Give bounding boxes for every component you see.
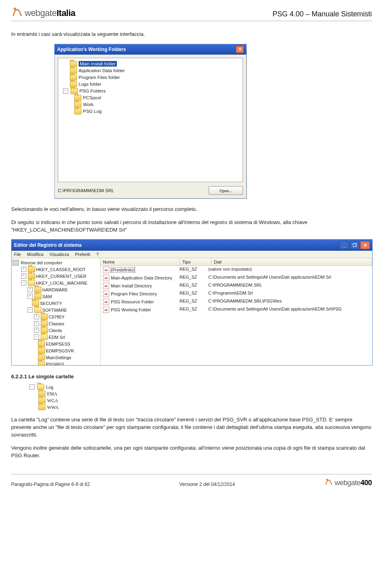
tree-item[interactable]: −Log — [27, 383, 74, 390]
folder-icon — [70, 81, 77, 87]
tree-label: PSG Log — [83, 109, 102, 114]
tree-item[interactable]: +C07ft5Y — [12, 313, 99, 320]
tree-item[interactable]: EMA — [27, 390, 74, 397]
close-button[interactable]: ✕ — [236, 46, 244, 53]
collapse-icon[interactable]: − — [63, 88, 68, 94]
registry-value-list: Nome Tipo Dati ab(Predefinito) REG_SZ (v… — [101, 258, 372, 365]
minimize-button[interactable]: _ — [340, 241, 349, 249]
tree-item[interactable]: PSG Log — [73, 108, 241, 115]
tree-item[interactable]: +SAM — [12, 293, 99, 300]
list-row[interactable]: abMain Application Data Directory REG_SZ… — [101, 274, 372, 282]
tree-item[interactable]: +Classes — [12, 320, 99, 327]
menu-help[interactable]: ? — [96, 252, 99, 257]
tree-item[interactable]: WWA — [27, 404, 74, 411]
cell-type: REG_SZ — [180, 283, 208, 289]
tree-item[interactable]: −PSG Folders — [60, 88, 241, 94]
tree-label: PSGRES — [46, 362, 64, 366]
menu-view[interactable]: Visualizza — [49, 252, 69, 257]
tree-label: EDMPSESS — [46, 342, 70, 346]
close-button[interactable]: ✕ — [360, 241, 370, 249]
logo-webgate-400: webgate400 — [324, 478, 372, 487]
logo-text-2: Italia — [57, 8, 75, 18]
tree-item[interactable]: Program Files folder — [60, 74, 241, 81]
list-row[interactable]: abProgram Files Directory REG_SZ C:\Prog… — [101, 290, 372, 298]
paragraph-4: La cartella "Log" contiene una serie di … — [11, 416, 372, 439]
collapse-icon[interactable]: − — [30, 384, 35, 389]
tree-item[interactable]: WGA — [27, 397, 74, 404]
tree-item[interactable]: +HKEY_CLASSES_ROOT — [12, 266, 99, 273]
folder-open-icon — [37, 384, 44, 390]
window-title: Editor del Registro di sistema — [14, 242, 81, 248]
folder-icon — [70, 75, 77, 81]
expand-icon[interactable]: + — [21, 267, 26, 272]
string-value-icon: ab — [103, 291, 109, 297]
col-name[interactable]: Nome — [101, 258, 180, 265]
tree-item[interactable]: Application Data folder — [60, 67, 241, 74]
paragraph-5: Vengono inoltre generate delle sottocart… — [11, 444, 372, 460]
collapse-icon[interactable]: − — [28, 307, 33, 313]
open-button[interactable]: Open... — [209, 186, 243, 195]
tree-item[interactable]: PCSpool — [73, 94, 241, 101]
tree-label: Log — [46, 385, 53, 389]
expand-icon[interactable]: + — [34, 321, 39, 326]
logo-text-1: webgate — [25, 8, 57, 18]
document-title: PSG 4.00 – Manuale Sistemisti — [272, 10, 372, 18]
folder-icon — [32, 300, 39, 306]
tree-label: Main Install folder — [79, 61, 117, 67]
menu-file[interactable]: File — [14, 252, 21, 257]
tree-item[interactable]: +HKEY_CURRENT_USER — [12, 273, 99, 279]
maximize-button[interactable]: ❐ — [350, 241, 359, 249]
folder-icon — [70, 68, 77, 74]
folder-icon — [38, 354, 45, 360]
folder-icon — [70, 61, 77, 67]
folder-open-icon — [28, 280, 35, 286]
col-data[interactable]: Dati — [211, 258, 372, 265]
tree-label: Program Files folder — [79, 75, 120, 80]
tree-item[interactable]: Risorse del computer — [12, 260, 99, 266]
string-value-icon: ab — [103, 267, 109, 273]
list-row[interactable]: abPSG Resource Folder REG_SZ C:\PROGRAMM… — [101, 298, 372, 306]
tree-item[interactable]: MainSettings — [12, 354, 99, 361]
tree-item[interactable]: EDMPSESS — [12, 340, 99, 347]
tree-label: Risorse del computer — [21, 260, 62, 265]
list-row[interactable]: abPSG Working Folder REG_SZ C:\Documents… — [101, 306, 372, 314]
collapse-icon[interactable]: − — [34, 334, 39, 340]
tree-item[interactable]: PSGRES — [12, 361, 99, 365]
folder-icon — [74, 95, 81, 101]
tree-label: EDM Srl — [49, 335, 65, 340]
tree-label: Application Data folder — [79, 68, 125, 73]
paragraph-3: Di seguito si indicano in che punto sono… — [11, 219, 372, 234]
svg-point-0 — [14, 8, 16, 10]
folder-icon — [34, 287, 41, 293]
list-row[interactable]: abMain Install Directory REG_SZ C:\PROGR… — [101, 282, 372, 290]
expand-icon[interactable]: + — [34, 328, 39, 333]
tree-item[interactable]: +HARDWARE — [12, 286, 99, 293]
registry-tree[interactable]: Risorse del computer +HKEY_CLASSES_ROOT … — [12, 258, 101, 365]
tree-item[interactable]: SECURITY — [12, 300, 99, 307]
tree-item[interactable]: −HKEY_LOCAL_MACHINE — [12, 279, 99, 286]
col-type[interactable]: Tipo — [180, 258, 211, 265]
cell-data: C:\Programmi\EDM Srl — [208, 291, 372, 297]
menu-favorites[interactable]: Preferiti — [75, 252, 90, 257]
menu-edit[interactable]: Modifica — [27, 252, 43, 257]
tree-label: SOFTWARE — [42, 308, 67, 313]
list-row[interactable]: ab(Predefinito) REG_SZ (valore non impos… — [101, 266, 372, 274]
expand-icon[interactable]: + — [21, 273, 26, 279]
tree-item[interactable]: Logs folder — [60, 81, 241, 88]
tree-item[interactable]: +Clients — [12, 327, 99, 334]
tree-item[interactable]: Work — [73, 101, 241, 108]
tree-item[interactable]: EDMPSGSVR — [12, 347, 99, 354]
tree-item[interactable]: −SOFTWARE — [12, 307, 99, 313]
section-heading: 6.2.2.1 Le singole cartelle — [11, 374, 372, 380]
tree-item[interactable]: Main Install folder — [60, 61, 241, 67]
expand-icon[interactable]: + — [34, 314, 39, 319]
log-folder-tree: −Log EMA WGA WWA — [11, 383, 74, 411]
tree-label: MainSettings — [46, 355, 71, 360]
cell-name: (Predefinito) — [111, 267, 135, 272]
collapse-icon[interactable]: − — [21, 280, 26, 285]
tree-item[interactable]: −EDM Srl — [12, 334, 99, 340]
tree-label: WWA — [47, 405, 59, 410]
folder-tree[interactable]: Main Install folder Application Data fol… — [58, 58, 243, 182]
expand-icon[interactable]: + — [28, 294, 33, 299]
expand-icon[interactable]: + — [28, 287, 33, 292]
